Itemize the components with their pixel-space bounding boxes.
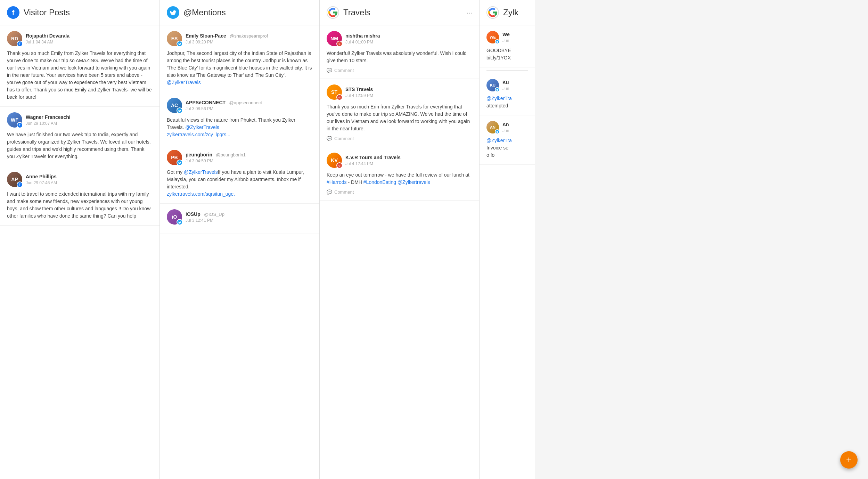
fb-badge: f — [17, 181, 23, 188]
tw-badge — [177, 41, 183, 47]
fab-icon: + — [846, 454, 852, 465]
post-info: peungborin @peungborin1 Jul 3 04:59 PM — [186, 152, 246, 163]
comment-button[interactable]: 💬 Comment — [327, 136, 472, 141]
post-info: An Jun — [502, 121, 509, 133]
post-text: Thank you so much Emily from Zylker Trav… — [7, 50, 153, 101]
fb-badge: f — [17, 41, 23, 47]
hashtag-harrods[interactable]: #Harrods — [327, 179, 347, 185]
post-time: Jun — [502, 128, 509, 133]
comment-icon: 💬 — [327, 189, 332, 195]
post-author: peungborin — [186, 152, 212, 157]
comment-label: Comment — [334, 68, 354, 73]
visitor-posts-column: f Visitor Posts RD f Rojapathi Devarala … — [0, 0, 160, 479]
post-time: Jun 29 10:07 AM — [26, 121, 71, 126]
post-item: ES Emily Sloan-Pace @shakespeareprof Jul… — [160, 25, 319, 92]
twitter-icon — [167, 6, 179, 19]
post-info: Anne Phillips Jun 29 07:46 AM — [26, 173, 57, 185]
google-svg — [328, 8, 338, 17]
mentions-body[interactable]: ES Emily Sloan-Pace @shakespeareprof Jul… — [160, 25, 319, 479]
visitor-posts-header: f Visitor Posts — [0, 0, 159, 25]
post-item: KV G K.V.R Tours and Travels Jul 4 12:44… — [320, 147, 479, 201]
tw-circle — [167, 6, 179, 19]
mentions-column: @Mentions ES Emily Sloan-Pace @shakespea… — [160, 0, 320, 479]
zylk-partial-column: Zylk WE We Jun GOODBYE bit.ly/1YOX — [480, 0, 535, 479]
post-author: Rojapathi Devarala — [26, 33, 69, 39]
comment-button[interactable]: 💬 Comment — [327, 189, 472, 195]
post-author: Anne Phillips — [26, 174, 57, 179]
post-header: KU Ku Jun — [486, 79, 528, 91]
post-item: NM G nishtha mishra Jul 4 01:00 PM Wonde… — [320, 25, 479, 79]
gp-badge: G — [336, 41, 343, 47]
post-handle: @shakespeareprof — [230, 33, 268, 39]
post-author: STS Travels — [345, 87, 373, 92]
post-text: Got my @ZylkerTravelsIf you have a plan … — [167, 169, 312, 198]
hashtag-londoneating[interactable]: #LondonEating — [363, 179, 396, 185]
zylk-body[interactable]: WE We Jun GOODBYE bit.ly/1YOX KU — [480, 25, 535, 479]
fb-letter: f — [12, 9, 15, 17]
post-author: iOSUp — [186, 211, 200, 217]
post-author: Emily Sloan-Pace — [186, 33, 226, 39]
tw-badge — [177, 219, 183, 225]
travels-header: Travels ··· — [320, 0, 479, 25]
post-time: Jul 3 09:20 PM — [186, 40, 268, 44]
post-item: PB peungborin @peungborin1 Jul 3 04:59 P… — [160, 144, 319, 204]
post-header: PB peungborin @peungborin1 Jul 3 04:59 P… — [167, 150, 312, 165]
twitter-bird-icon — [170, 10, 177, 15]
post-author: K.V.R Tours and Travels — [345, 155, 401, 160]
tw-badge — [177, 160, 183, 166]
post-info: STS Travels Jul 4 12:59 PM — [345, 86, 373, 98]
post-link-2[interactable]: zylkertravels.com/zcy_lpqrs... — [167, 132, 230, 137]
post-link[interactable]: @ZylkerTra — [486, 138, 512, 143]
post-info: Ku Jun — [502, 79, 509, 91]
post-item: ST G STS Travels Jul 4 12:59 PM Thank yo… — [320, 79, 479, 147]
comment-button[interactable]: 💬 Comment — [327, 68, 472, 73]
post-item: WF f Wagner Franceschi Jun 29 10:07 AM W… — [0, 107, 159, 166]
post-time: Jul 3 04:59 PM — [186, 159, 246, 163]
post-link[interactable]: @ZylkerTravels — [185, 124, 219, 130]
post-info: iOSUp @iOS_Up Jul 3 12:41 PM — [186, 211, 224, 223]
avatar: KV G — [327, 153, 342, 168]
post-time: Jul 4 12:59 PM — [345, 93, 373, 98]
zylk-header: Zylk — [480, 0, 535, 25]
post-item: iO iOSUp @iOS_Up Jul 3 12:41 PM — [160, 204, 319, 234]
post-item: AN An Jun @ZylkerTra Invoice se o fo — [480, 115, 535, 165]
mentions-title: @Mentions — [183, 8, 226, 17]
travels-body[interactable]: NM G nishtha mishra Jul 4 01:00 PM Wonde… — [320, 25, 479, 479]
mentions-header: @Mentions — [160, 0, 319, 25]
post-header: iO iOSUp @iOS_Up Jul 3 12:41 PM — [167, 209, 312, 225]
comment-label: Comment — [334, 136, 354, 141]
post-info: nishtha mishra Jul 4 01:00 PM — [345, 33, 380, 44]
post-link[interactable]: @ZylkerTravels — [167, 80, 201, 85]
facebook-icon: f — [7, 6, 19, 19]
post-link-2[interactable]: zylkertravels.com/sqrsitun_uge. — [167, 191, 235, 197]
fb-badge: f — [17, 122, 23, 128]
avatar: NM G — [327, 31, 342, 46]
post-handle: @peungborin1 — [216, 152, 245, 157]
post-time: Jul 3 12:41 PM — [186, 218, 224, 223]
avatar: ST G — [327, 84, 342, 100]
post-text: Thank you so much Erin from Zylker Trave… — [327, 103, 472, 132]
post-author: APPSeCONNECT — [186, 100, 226, 105]
more-options-button[interactable]: ··· — [466, 9, 472, 17]
avatar: iO — [167, 209, 182, 225]
avatar: KU — [486, 79, 499, 91]
post-header: AN An Jun — [486, 121, 528, 133]
post-link[interactable]: @ZylkerTra — [486, 96, 512, 101]
post-time: Jul 1 04:34 AM — [26, 40, 69, 44]
fab-button[interactable]: + — [840, 451, 858, 469]
post-time: Jul 4 01:00 PM — [345, 40, 380, 44]
post-info: Wagner Franceschi Jun 29 10:07 AM — [26, 114, 71, 126]
post-item: AP f Anne Phillips Jun 29 07:46 AM I wan… — [0, 166, 159, 226]
zylk-title: Zylk — [503, 8, 518, 17]
post-header: NM G nishtha mishra Jul 4 01:00 PM — [327, 31, 472, 46]
visitor-posts-body[interactable]: RD f Rojapathi Devarala Jul 1 04:34 AM T… — [0, 25, 159, 479]
post-header: KV G K.V.R Tours and Travels Jul 4 12:44… — [327, 153, 472, 168]
tw-badge — [495, 87, 500, 92]
post-header: AC APPSeCONNECT @appseconnect Jul 3 08:5… — [167, 98, 312, 113]
post-info: Emily Sloan-Pace @shakespeareprof Jul 3 … — [186, 33, 268, 44]
post-author: Wagner Franceschi — [26, 114, 71, 120]
post-text: Keep an eye out tomorrow - we have the f… — [327, 171, 472, 186]
mention-zylkertravels[interactable]: @Zylkertravels — [398, 179, 430, 185]
fb-circle: f — [7, 6, 19, 19]
post-link[interactable]: @ZylkerTravels — [184, 169, 218, 175]
